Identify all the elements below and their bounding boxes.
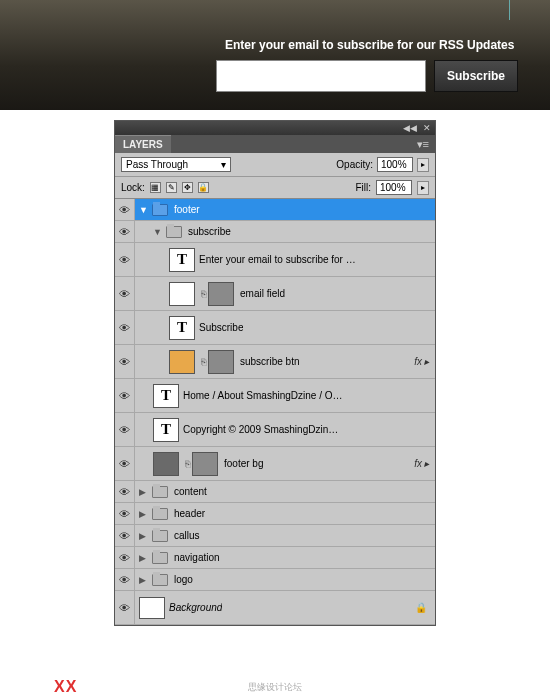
subscribe-label: Enter your email to subscribe for our RS… (225, 38, 530, 52)
link-icon: ⎘ (185, 459, 190, 469)
layer-subscribe-btn[interactable]: 👁 ⎘ subscribe btn fx ▸ (115, 345, 435, 379)
eye-icon[interactable]: 👁 (119, 486, 130, 498)
layer-name: email field (240, 288, 285, 299)
subscribe-row: Subscribe (0, 60, 530, 92)
tab-row: LAYERS ▾≡ (115, 135, 435, 153)
mask-thumb (192, 452, 218, 476)
close-icon[interactable]: ✕ (423, 123, 431, 133)
layer-group-content[interactable]: 👁 ▶ content (115, 481, 435, 503)
lock-label: Lock: (121, 182, 145, 193)
fx-badge[interactable]: fx ▸ (414, 356, 429, 367)
folder-icon (152, 204, 168, 216)
fx-badge[interactable]: fx ▸ (414, 458, 429, 469)
layer-name: Enter your email to subscribe for our RS… (199, 254, 359, 265)
eye-icon[interactable]: 👁 (119, 458, 130, 470)
disclosure-closed-icon[interactable]: ▶ (139, 553, 148, 563)
eye-icon[interactable]: 👁 (119, 574, 130, 586)
email-input[interactable] (216, 60, 426, 92)
layer-text-prompt[interactable]: 👁 T Enter your email to subscribe for ou… (115, 243, 435, 277)
disclosure-closed-icon[interactable]: ▶ (139, 487, 148, 497)
eye-icon[interactable]: 👁 (119, 530, 130, 542)
folder-icon (152, 552, 168, 564)
layer-group-callus[interactable]: 👁 ▶ callus (115, 525, 435, 547)
layer-group-navigation[interactable]: 👁 ▶ navigation (115, 547, 435, 569)
opacity-label: Opacity: (336, 159, 373, 170)
layer-name: Home / About SmashingDzine / Our Serv... (183, 390, 343, 401)
fill-label: Fill: (355, 182, 371, 193)
eye-icon[interactable]: 👁 (119, 254, 130, 266)
layer-name: footer bg (224, 458, 263, 469)
lock-position-icon[interactable]: ✥ (182, 182, 193, 193)
disclosure-closed-icon[interactable]: ▶ (139, 575, 148, 585)
layer-subscribe-text[interactable]: 👁 T Subscribe (115, 311, 435, 345)
eye-icon[interactable]: 👁 (119, 204, 130, 216)
eye-icon[interactable]: 👁 (119, 322, 130, 334)
folder-icon (152, 574, 168, 586)
layer-name: logo (174, 574, 193, 585)
text-layer-icon: T (169, 316, 195, 340)
layer-group-header[interactable]: 👁 ▶ header (115, 503, 435, 525)
layer-group-logo[interactable]: 👁 ▶ logo (115, 569, 435, 591)
layer-background[interactable]: 👁 Background 🔒 (115, 591, 435, 625)
layer-group-subscribe[interactable]: 👁 ▼ subscribe (115, 221, 435, 243)
chevron-down-icon: ▾ (221, 159, 226, 170)
eye-icon[interactable]: 👁 (119, 508, 130, 520)
opacity-value[interactable]: 100% (377, 157, 413, 172)
folder-icon (152, 486, 168, 498)
layer-nav-text[interactable]: 👁 T Home / About SmashingDzine / Our Ser… (115, 379, 435, 413)
eye-icon[interactable]: 👁 (119, 390, 130, 402)
mask-thumb (208, 350, 234, 374)
lock-all-icon[interactable]: 🔒 (198, 182, 209, 193)
disclosure-closed-icon[interactable]: ▶ (139, 509, 148, 519)
disclosure-open-icon[interactable]: ▼ (153, 227, 162, 237)
panel-titlebar[interactable]: ◀◀ ✕ (115, 121, 435, 135)
eye-icon[interactable]: 👁 (119, 602, 130, 614)
layer-footer-bg[interactable]: 👁 ⎘ footer bg fx ▸ (115, 447, 435, 481)
lock-transparency-icon[interactable]: ▦ (150, 182, 161, 193)
blend-mode-select[interactable]: Pass Through ▾ (121, 157, 231, 172)
shape-thumb (169, 350, 195, 374)
eye-icon[interactable]: 👁 (119, 424, 130, 436)
folder-icon (152, 530, 168, 542)
blend-mode-value: Pass Through (126, 159, 188, 170)
eye-icon[interactable]: 👁 (119, 552, 130, 564)
fill-flyout-icon[interactable]: ▸ (417, 181, 429, 195)
divider (509, 0, 510, 20)
lock-pixels-icon[interactable]: ✎ (166, 182, 177, 193)
layer-name: callus (174, 530, 200, 541)
layer-group-footer[interactable]: 👁 ▼ footer (115, 199, 435, 221)
tab-layers[interactable]: LAYERS (115, 135, 171, 153)
text-layer-icon: T (153, 384, 179, 408)
watermark: 思缘设计论坛 (0, 681, 550, 694)
subscribe-button[interactable]: Subscribe (434, 60, 518, 92)
blend-opacity-row: Pass Through ▾ Opacity: 100% ▸ (115, 153, 435, 177)
layer-name: Subscribe (199, 322, 243, 333)
eye-icon[interactable]: 👁 (119, 226, 130, 238)
layer-thumb (139, 597, 165, 619)
layers-panel: ◀◀ ✕ LAYERS ▾≡ Pass Through ▾ Opacity: 1… (114, 120, 436, 626)
opacity-flyout-icon[interactable]: ▸ (417, 158, 429, 172)
layer-list: 👁 ▼ footer 👁 ▼ subscribe 👁 T Enter your … (115, 199, 435, 625)
layer-copyright-text[interactable]: 👁 T Copyright © 2009 SmashingDzine | Pri… (115, 413, 435, 447)
fill-value[interactable]: 100% (376, 180, 412, 195)
shape-thumb (169, 282, 195, 306)
folder-icon (152, 508, 168, 520)
link-icon: ⎘ (201, 357, 206, 367)
layer-name: subscribe btn (240, 356, 299, 367)
layer-name: content (174, 486, 207, 497)
collapse-icon[interactable]: ◀◀ (403, 123, 417, 133)
eye-icon[interactable]: 👁 (119, 288, 130, 300)
text-layer-icon: T (169, 248, 195, 272)
layer-name: footer (174, 204, 200, 215)
layer-name: subscribe (188, 226, 231, 237)
lock-icon: 🔒 (415, 602, 427, 613)
mask-thumb (208, 282, 234, 306)
disclosure-closed-icon[interactable]: ▶ (139, 531, 148, 541)
layer-name: Background (169, 602, 222, 613)
layer-email-field[interactable]: 👁 ⎘ email field (115, 277, 435, 311)
panel-menu-icon[interactable]: ▾≡ (411, 136, 435, 153)
folder-icon (166, 226, 182, 238)
link-icon: ⎘ (201, 289, 206, 299)
eye-icon[interactable]: 👁 (119, 356, 130, 368)
disclosure-open-icon[interactable]: ▼ (139, 205, 148, 215)
